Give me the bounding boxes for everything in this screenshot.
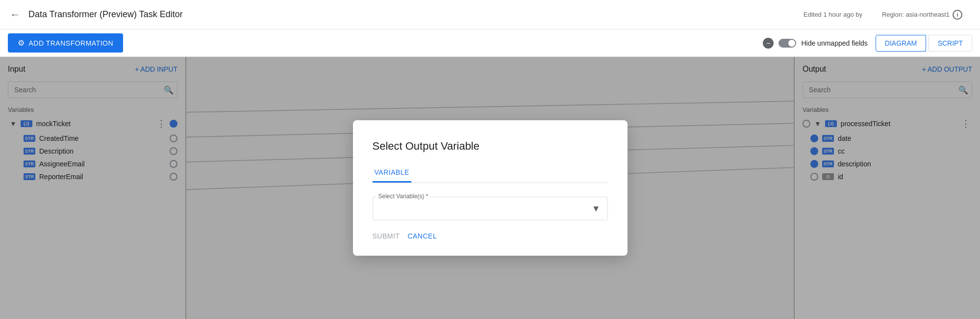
modal-tabs: VARIABLE — [373, 164, 608, 183]
top-bar: ← Data Transformer (Preview) Task Editor… — [0, 0, 980, 29]
page-title: Data Transformer (Preview) Task Editor — [28, 9, 804, 20]
info-icon[interactable]: i — [953, 10, 962, 20]
cancel-button[interactable]: CANCEL — [407, 232, 437, 240]
toggle-minus-icon[interactable]: − — [763, 38, 774, 49]
edited-info: Edited 1 hour ago by — [804, 11, 862, 18]
modal-actions: SUBMIT CANCEL — [373, 232, 608, 240]
hide-unmapped-toggle-container: − Hide unmapped fields — [763, 38, 867, 49]
select-variable-dropdown[interactable]: ▼ — [373, 197, 608, 220]
script-view-button[interactable]: SCRIPT — [929, 35, 972, 52]
back-button[interactable]: ← — [10, 8, 21, 21]
select-output-variable-modal: Select Output Variable VARIABLE Select V… — [353, 120, 628, 256]
gear-icon: ⚙ — [18, 38, 25, 48]
select-variable-form-group: Select Variable(s) * ▼ — [373, 197, 608, 220]
hide-unmapped-label: Hide unmapped fields — [801, 39, 867, 47]
hide-unmapped-toggle[interactable] — [779, 39, 796, 48]
modal-overlay: Select Output Variable VARIABLE Select V… — [0, 57, 980, 319]
region-info: Region: asia-northeast1 i — [882, 10, 962, 20]
select-variable-label: Select Variable(s) * — [377, 193, 430, 200]
toolbar-right: − Hide unmapped fields DIAGRAM SCRIPT — [763, 35, 972, 52]
modal-tab-variable[interactable]: VARIABLE — [373, 164, 411, 183]
main-content: Input + ADD INPUT 🔍 Variables ▼ {J} mock… — [0, 57, 980, 319]
diagram-view-button[interactable]: DIAGRAM — [876, 35, 926, 52]
submit-button[interactable]: SUBMIT — [373, 232, 400, 240]
modal-title: Select Output Variable — [373, 140, 608, 153]
view-toggle-group: DIAGRAM SCRIPT — [876, 35, 972, 52]
add-transformation-button[interactable]: ⚙ ADD TRANSFORMATION — [8, 33, 123, 53]
toggle-thumb — [788, 40, 795, 47]
toolbar: ⚙ ADD TRANSFORMATION − Hide unmapped fie… — [0, 29, 980, 57]
chevron-down-icon: ▼ — [592, 204, 601, 214]
